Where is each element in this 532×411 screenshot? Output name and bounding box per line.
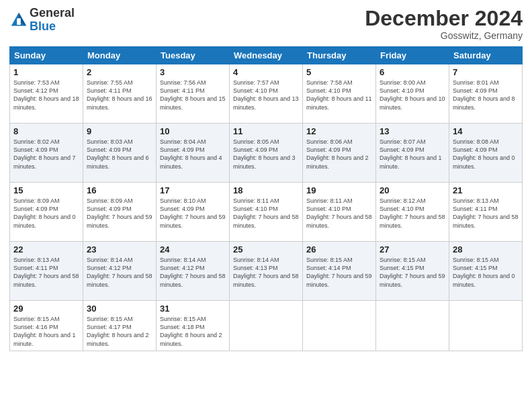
cell-info: Sunrise: 8:08 AMSunset: 4:09 PMDaylight:… bbox=[453, 138, 515, 169]
table-row: 2 Sunrise: 7:55 AMSunset: 4:11 PMDayligh… bbox=[83, 64, 157, 124]
logo-blue: Blue bbox=[30, 19, 56, 33]
cell-info: Sunrise: 8:15 AMSunset: 4:15 PMDaylight:… bbox=[380, 257, 445, 287]
table-row bbox=[376, 301, 449, 351]
day-number: 31 bbox=[160, 304, 226, 314]
table-row: 14 Sunrise: 8:08 AMSunset: 4:09 PMDaylig… bbox=[449, 124, 523, 183]
table-row: 20 Sunrise: 8:12 AMSunset: 4:10 PMDaylig… bbox=[376, 183, 449, 242]
cell-info: Sunrise: 8:07 AMSunset: 4:09 PMDaylight:… bbox=[380, 138, 442, 169]
cell-info: Sunrise: 8:09 AMSunset: 4:09 PMDaylight:… bbox=[13, 197, 76, 228]
table-row: 19 Sunrise: 8:11 AMSunset: 4:10 PMDaylig… bbox=[303, 183, 376, 242]
logo-general: General bbox=[30, 6, 75, 19]
table-row: 17 Sunrise: 8:10 AMSunset: 4:09 PMDaylig… bbox=[157, 183, 230, 242]
day-number: 1 bbox=[13, 67, 79, 77]
day-number: 30 bbox=[87, 304, 152, 314]
table-row: 1 Sunrise: 7:53 AMSunset: 4:12 PMDayligh… bbox=[10, 64, 83, 124]
cell-info: Sunrise: 8:06 AMSunset: 4:09 PMDaylight:… bbox=[306, 138, 369, 169]
logo: General Blue bbox=[9, 7, 75, 34]
table-row bbox=[449, 301, 523, 351]
cell-info: Sunrise: 8:15 AMSunset: 4:18 PMDaylight:… bbox=[160, 316, 222, 347]
cell-info: Sunrise: 8:14 AMSunset: 4:13 PMDaylight:… bbox=[233, 257, 299, 287]
day-number: 12 bbox=[306, 126, 372, 136]
cell-info: Sunrise: 8:10 AMSunset: 4:09 PMDaylight:… bbox=[160, 197, 226, 228]
col-sunday: Sunday bbox=[10, 47, 83, 64]
day-number: 5 bbox=[306, 67, 372, 77]
table-row: 11 Sunrise: 8:05 AMSunset: 4:09 PMDaylig… bbox=[230, 124, 303, 183]
table-row: 8 Sunrise: 8:02 AMSunset: 4:09 PMDayligh… bbox=[10, 124, 83, 183]
table-row: 9 Sunrise: 8:03 AMSunset: 4:09 PMDayligh… bbox=[83, 124, 157, 183]
title-block: December 2024 Gosswitz, Germany bbox=[365, 7, 523, 41]
cell-info: Sunrise: 8:11 AMSunset: 4:10 PMDaylight:… bbox=[306, 197, 372, 228]
day-number: 29 bbox=[13, 304, 79, 314]
day-number: 24 bbox=[160, 244, 226, 255]
table-row: 29 Sunrise: 8:15 AMSunset: 4:16 PMDaylig… bbox=[10, 301, 83, 351]
logo-text: General Blue bbox=[30, 7, 75, 34]
day-number: 22 bbox=[13, 244, 79, 255]
calendar-header-row: Sunday Monday Tuesday Wednesday Thursday… bbox=[10, 47, 523, 64]
table-row: 6 Sunrise: 8:00 AMSunset: 4:10 PMDayligh… bbox=[376, 64, 449, 124]
cell-info: Sunrise: 8:15 AMSunset: 4:17 PMDaylight:… bbox=[87, 316, 149, 347]
month-title: December 2024 bbox=[365, 7, 523, 30]
col-tuesday: Tuesday bbox=[157, 47, 230, 64]
table-row: 21 Sunrise: 8:13 AMSunset: 4:11 PMDaylig… bbox=[449, 183, 523, 242]
cell-info: Sunrise: 8:13 AMSunset: 4:11 PMDaylight:… bbox=[13, 257, 79, 287]
cell-info: Sunrise: 8:13 AMSunset: 4:11 PMDaylight:… bbox=[453, 197, 519, 228]
table-row: 5 Sunrise: 7:58 AMSunset: 4:10 PMDayligh… bbox=[303, 64, 376, 124]
col-monday: Monday bbox=[83, 47, 157, 64]
cell-info: Sunrise: 8:14 AMSunset: 4:12 PMDaylight:… bbox=[87, 257, 152, 287]
header: General Blue December 2024 Gosswitz, Ger… bbox=[9, 7, 523, 41]
svg-rect-2 bbox=[17, 18, 21, 25]
day-number: 18 bbox=[233, 185, 299, 195]
day-number: 7 bbox=[453, 67, 519, 77]
cell-info: Sunrise: 8:05 AMSunset: 4:09 PMDaylight:… bbox=[233, 138, 296, 169]
table-row: 15 Sunrise: 8:09 AMSunset: 4:09 PMDaylig… bbox=[10, 183, 83, 242]
table-row: 12 Sunrise: 8:06 AMSunset: 4:09 PMDaylig… bbox=[303, 124, 376, 183]
day-number: 27 bbox=[380, 244, 445, 255]
table-row: 3 Sunrise: 7:56 AMSunset: 4:11 PMDayligh… bbox=[157, 64, 230, 124]
table-row: 13 Sunrise: 8:07 AMSunset: 4:09 PMDaylig… bbox=[376, 124, 449, 183]
table-row: 30 Sunrise: 8:15 AMSunset: 4:17 PMDaylig… bbox=[83, 301, 157, 351]
day-number: 2 bbox=[87, 67, 152, 77]
col-wednesday: Wednesday bbox=[230, 47, 303, 64]
cell-info: Sunrise: 8:02 AMSunset: 4:09 PMDaylight:… bbox=[13, 138, 76, 169]
day-number: 20 bbox=[380, 185, 445, 195]
location: Gosswitz, Germany bbox=[365, 30, 523, 41]
table-row: 26 Sunrise: 8:15 AMSunset: 4:14 PMDaylig… bbox=[303, 242, 376, 301]
col-friday: Friday bbox=[376, 47, 449, 64]
table-row: 16 Sunrise: 8:09 AMSunset: 4:09 PMDaylig… bbox=[83, 183, 157, 242]
day-number: 23 bbox=[87, 244, 152, 255]
cell-info: Sunrise: 8:15 AMSunset: 4:14 PMDaylight:… bbox=[306, 257, 372, 287]
table-row: 23 Sunrise: 8:14 AMSunset: 4:12 PMDaylig… bbox=[83, 242, 157, 301]
table-row bbox=[230, 301, 303, 351]
cell-info: Sunrise: 8:00 AMSunset: 4:10 PMDaylight:… bbox=[380, 79, 445, 110]
day-number: 11 bbox=[233, 126, 299, 136]
cell-info: Sunrise: 7:58 AMSunset: 4:10 PMDaylight:… bbox=[306, 79, 372, 110]
day-number: 28 bbox=[453, 244, 519, 255]
day-number: 15 bbox=[13, 185, 79, 195]
cell-info: Sunrise: 8:11 AMSunset: 4:10 PMDaylight:… bbox=[233, 197, 299, 228]
table-row: 31 Sunrise: 8:15 AMSunset: 4:18 PMDaylig… bbox=[157, 301, 230, 351]
day-number: 13 bbox=[380, 126, 445, 136]
col-thursday: Thursday bbox=[303, 47, 376, 64]
day-number: 6 bbox=[380, 67, 445, 77]
page: General Blue December 2024 Gosswitz, Ger… bbox=[0, 0, 532, 411]
day-number: 19 bbox=[306, 185, 372, 195]
day-number: 16 bbox=[87, 185, 152, 195]
day-number: 10 bbox=[160, 126, 226, 136]
calendar: Sunday Monday Tuesday Wednesday Thursday… bbox=[9, 46, 523, 351]
cell-info: Sunrise: 7:56 AMSunset: 4:11 PMDaylight:… bbox=[160, 79, 226, 110]
cell-info: Sunrise: 8:09 AMSunset: 4:09 PMDaylight:… bbox=[87, 197, 152, 228]
table-row: 7 Sunrise: 8:01 AMSunset: 4:09 PMDayligh… bbox=[449, 64, 523, 124]
cell-info: Sunrise: 8:01 AMSunset: 4:09 PMDaylight:… bbox=[453, 79, 515, 110]
day-number: 14 bbox=[453, 126, 519, 136]
cell-info: Sunrise: 8:04 AMSunset: 4:09 PMDaylight:… bbox=[160, 138, 222, 169]
cell-info: Sunrise: 8:14 AMSunset: 4:12 PMDaylight:… bbox=[160, 257, 226, 287]
table-row: 27 Sunrise: 8:15 AMSunset: 4:15 PMDaylig… bbox=[376, 242, 449, 301]
col-saturday: Saturday bbox=[449, 47, 523, 64]
day-number: 4 bbox=[233, 67, 299, 77]
cell-info: Sunrise: 7:55 AMSunset: 4:11 PMDaylight:… bbox=[87, 79, 152, 110]
table-row: 4 Sunrise: 7:57 AMSunset: 4:10 PMDayligh… bbox=[230, 64, 303, 124]
cell-info: Sunrise: 8:03 AMSunset: 4:09 PMDaylight:… bbox=[87, 138, 149, 169]
table-row: 22 Sunrise: 8:13 AMSunset: 4:11 PMDaylig… bbox=[10, 242, 83, 301]
day-number: 25 bbox=[233, 244, 299, 255]
day-number: 9 bbox=[87, 126, 152, 136]
